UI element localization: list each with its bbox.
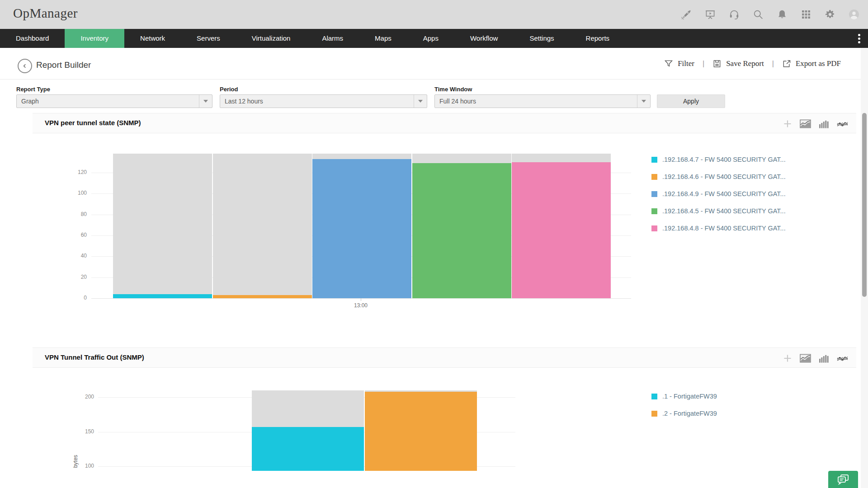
time-window-dropdown[interactable]: Full 24 hours xyxy=(434,94,651,108)
chart1-tools xyxy=(783,113,848,134)
report-type-dropdown[interactable]: Graph xyxy=(16,94,212,108)
chart1-bar-background xyxy=(113,154,212,298)
vertical-scrollbar xyxy=(861,48,868,488)
app-logo: OpManager xyxy=(13,6,78,21)
search-icon[interactable] xyxy=(752,9,764,20)
chart1-legend-item[interactable]: .192.168.4.7 - FW 5400 SECURITY GAT... xyxy=(651,156,786,163)
chart2-legend-item[interactable]: .1 - FortigateFW39 xyxy=(651,393,717,400)
chart2-ylabel: bytes xyxy=(72,448,79,475)
legend-label: .192.168.4.9 - FW 5400 SECURITY GAT... xyxy=(662,190,786,197)
save-report-button[interactable]: Save Report xyxy=(712,59,764,68)
chart2-bar-series xyxy=(252,427,364,471)
nav-item-virtualization[interactable]: Virtualization xyxy=(236,29,307,48)
back-button[interactable] xyxy=(18,59,32,73)
time-window-label: Time Window xyxy=(434,86,472,93)
nav-item-maps[interactable]: Maps xyxy=(359,29,407,48)
main-nav: DashboardInventoryNetworkServersVirtuali… xyxy=(0,29,868,48)
period-dropdown[interactable]: Last 12 hours xyxy=(220,94,427,108)
chart2-gridline xyxy=(98,432,515,432)
bar-chart-icon[interactable] xyxy=(819,354,829,363)
legend-label: .192.168.4.7 - FW 5400 SECURITY GAT... xyxy=(662,156,786,163)
chart1-xtick-mark xyxy=(361,298,361,301)
legend-swatch xyxy=(651,157,657,163)
toolbar-separator: | xyxy=(703,60,704,68)
chevron-left-icon xyxy=(21,62,28,70)
chart1-xtick-label: 13:00 xyxy=(354,302,368,309)
chart2-gridline xyxy=(98,466,515,467)
line-chart-icon[interactable] xyxy=(837,119,848,128)
chart1-gridline xyxy=(91,277,631,278)
chart1-legend-item[interactable]: .192.168.4.5 - FW 5400 SECURITY GAT... xyxy=(651,207,786,215)
toolbar-separator: | xyxy=(772,60,774,68)
chart2-ytick-label: 200 xyxy=(67,394,94,400)
nav-item-reports[interactable]: Reports xyxy=(570,29,626,48)
chart2-ytick-label: 150 xyxy=(67,428,94,435)
nav-item-apps[interactable]: Apps xyxy=(407,29,454,48)
chart1-gridline xyxy=(91,193,631,194)
settings-gear-icon[interactable] xyxy=(824,9,836,20)
add-widget-plus-icon[interactable] xyxy=(783,119,792,128)
nav-item-settings[interactable]: Settings xyxy=(514,29,570,48)
page-title: Report Builder xyxy=(36,60,91,70)
scrollbar-thumb[interactable] xyxy=(862,113,867,297)
nav-item-alarms[interactable]: Alarms xyxy=(306,29,359,48)
chevron-down-icon xyxy=(414,95,427,108)
nav-overflow-menu-icon[interactable] xyxy=(854,29,863,48)
nav-item-servers[interactable]: Servers xyxy=(181,29,236,48)
chart1-bar-series xyxy=(512,162,611,298)
legend-label: .2 - FortigateFW39 xyxy=(662,410,717,417)
chart1-ytick-label: 60 xyxy=(60,232,87,238)
nav-item-dashboard[interactable]: Dashboard xyxy=(0,29,65,48)
chart1-bar-background xyxy=(213,154,312,298)
area-chart-icon[interactable] xyxy=(800,119,811,128)
chart1-legend-item[interactable]: .192.168.4.9 - FW 5400 SECURITY GAT... xyxy=(651,190,786,197)
legend-swatch xyxy=(651,225,657,231)
legend-label: .192.168.4.5 - FW 5400 SECURITY GAT... xyxy=(662,207,786,215)
chart2-legend-item[interactable]: .2 - FortigateFW39 xyxy=(651,410,717,417)
support-headset-icon[interactable] xyxy=(728,9,740,20)
opmanager-app: OpManager xyxy=(0,0,868,488)
legend-swatch xyxy=(651,174,657,180)
chart1-ytick-label: 100 xyxy=(60,190,87,196)
training-presentation-icon[interactable] xyxy=(704,9,716,20)
chart1-bar-series xyxy=(213,295,312,298)
nav-item-inventory[interactable]: Inventory xyxy=(65,29,124,48)
chart2-panel-header: VPN Tunnel Traffic Out (SNMP) xyxy=(33,347,856,368)
chevron-down-icon xyxy=(199,95,212,108)
chart2-title: VPN Tunnel Traffic Out (SNMP) xyxy=(45,353,144,361)
export-pdf-button[interactable]: Export as PDF xyxy=(782,59,841,68)
add-widget-plus-icon[interactable] xyxy=(783,354,792,363)
bar-chart-icon[interactable] xyxy=(819,119,829,128)
getting-started-rocket-icon[interactable] xyxy=(680,9,692,20)
notifications-bell-icon[interactable] xyxy=(776,9,788,20)
area-chart-icon[interactable] xyxy=(800,354,811,363)
chart1-legend-item[interactable]: .192.168.4.8 - FW 5400 SECURITY GAT... xyxy=(651,225,786,232)
chart1-bar-background xyxy=(512,154,611,298)
apply-button[interactable]: Apply xyxy=(657,94,725,108)
chart1-bar-background xyxy=(312,154,411,298)
legend-swatch xyxy=(651,208,657,214)
nav-item-network[interactable]: Network xyxy=(124,29,181,48)
line-chart-icon[interactable] xyxy=(837,354,848,363)
top-header: OpManager xyxy=(0,0,868,29)
header-icon-bar xyxy=(680,0,860,29)
save-icon xyxy=(712,59,722,68)
chart1-legend-item[interactable]: .192.168.4.6 - FW 5400 SECURITY GAT... xyxy=(651,173,786,180)
funnel-icon xyxy=(664,59,673,68)
page-header: Report Builder Filter | Save Report | Ex… xyxy=(0,48,868,80)
legend-swatch xyxy=(651,411,657,417)
nav-item-workflow[interactable]: Workflow xyxy=(454,29,514,48)
nav-items: DashboardInventoryNetworkServersVirtuali… xyxy=(0,29,625,48)
chart1-ytick-label: 20 xyxy=(60,274,87,280)
chart1-ytick-label: 40 xyxy=(60,253,87,259)
live-chat-button[interactable] xyxy=(828,471,858,488)
chart2-bar-background xyxy=(365,390,477,471)
chart2-ytick-label: 100 xyxy=(67,463,94,469)
filter-button[interactable]: Filter xyxy=(664,59,694,68)
legend-swatch xyxy=(651,394,657,399)
user-avatar[interactable] xyxy=(848,9,860,20)
chevron-down-icon xyxy=(637,95,650,108)
chart1-gridline xyxy=(91,235,631,236)
chart1-panel-header: VPN peer tunnel state (SNMP) xyxy=(33,113,856,133)
apps-grid-icon[interactable] xyxy=(800,9,812,20)
